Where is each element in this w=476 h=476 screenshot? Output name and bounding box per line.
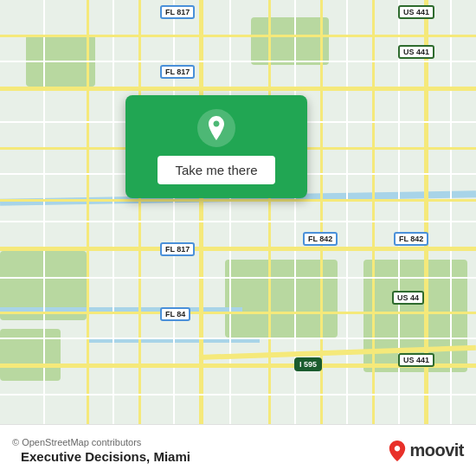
road <box>229 0 231 424</box>
overlay-card: Take me there <box>125 95 307 198</box>
location-title: Executive Decisions, Miami <box>21 449 389 464</box>
map-container: FL 817 FL 817 US 441 US 441 FL 842 FL 84… <box>0 0 476 424</box>
highway-label-fl84: FL 84 <box>160 307 190 321</box>
road <box>0 394 476 396</box>
location-pin-icon <box>197 109 235 147</box>
park-area <box>0 329 61 381</box>
road <box>346 0 348 424</box>
road <box>43 0 45 424</box>
highway-label-us441-3: US 441 <box>398 353 434 367</box>
highway-label-us441-2: US 441 <box>398 45 434 59</box>
park-area <box>251 17 329 65</box>
highway-label-us44: US 44 <box>392 291 424 305</box>
road <box>0 277 476 279</box>
road <box>372 0 375 424</box>
road <box>199 0 203 424</box>
road <box>0 35 476 37</box>
highway-label-i595: I 595 <box>294 357 322 371</box>
road <box>87 0 89 424</box>
road <box>113 0 114 424</box>
highway-label-us441: US 441 <box>398 5 434 19</box>
moovit-brand-text: moovit <box>409 441 464 460</box>
copyright-text: © OpenStreetMap contributors <box>12 437 389 447</box>
moovit-logo: moovit <box>389 441 464 461</box>
road <box>173 0 175 424</box>
bottom-bar: © OpenStreetMap contributors Executive D… <box>0 424 476 476</box>
map-background: FL 817 FL 817 US 441 US 441 FL 842 FL 84… <box>0 0 476 424</box>
highway-label-fl817: FL 817 <box>160 5 195 19</box>
road <box>138 0 141 424</box>
road <box>0 312 476 314</box>
take-me-there-button[interactable]: Take me there <box>158 156 274 184</box>
road <box>0 221 476 222</box>
road <box>0 247 476 251</box>
moovit-pin-icon <box>389 441 406 461</box>
road <box>450 0 452 424</box>
road <box>268 0 271 424</box>
road <box>0 61 476 62</box>
highway-label-fl842-2: FL 842 <box>394 232 428 246</box>
highway-label-fl842: FL 842 <box>303 232 338 246</box>
highway-label-fl817-2: FL 817 <box>160 65 195 79</box>
road <box>0 199 476 202</box>
highway-label-fl817-3: FL 817 <box>160 242 195 256</box>
road <box>0 338 476 339</box>
road <box>0 87 476 91</box>
